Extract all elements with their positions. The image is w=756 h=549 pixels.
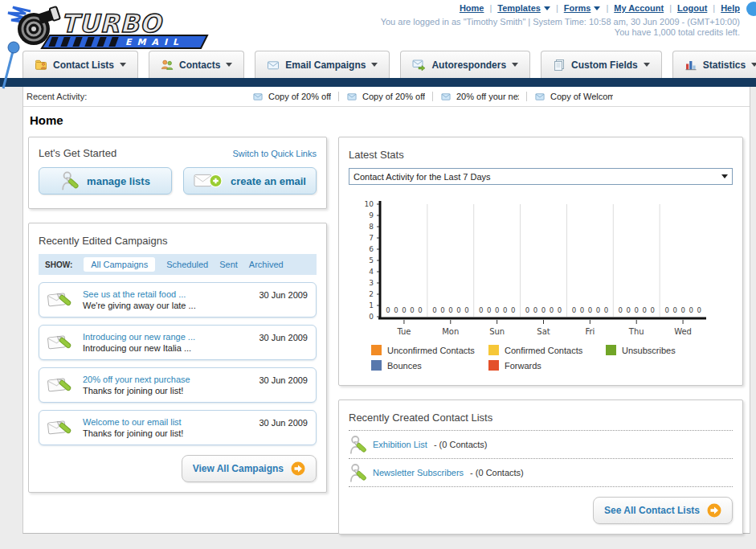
envelope-icon [440, 92, 452, 101]
page-title: Home [30, 113, 743, 127]
svg-text:0: 0 [464, 306, 468, 314]
svg-text:0: 0 [456, 306, 460, 314]
campaign-link[interactable]: Welcome to our email list [83, 417, 251, 427]
svg-text:0: 0 [394, 306, 398, 314]
manage-lists-button[interactable]: manage lists [39, 167, 172, 195]
svg-text:1: 1 [369, 301, 374, 309]
campaign-link[interactable]: Introducing our new range ... [83, 332, 251, 342]
filter-scheduled[interactable]: Scheduled [166, 260, 208, 269]
filter-archived[interactable]: Archived [249, 260, 284, 269]
campaign-row[interactable]: Welcome to our email list Thanks for joi… [39, 410, 317, 445]
tab-statistics[interactable]: Statistics [672, 51, 756, 78]
chevron-down-icon [721, 174, 728, 178]
svg-text:0: 0 [627, 306, 631, 314]
turbo-email-app: TURBO EMAIL Home| Templates| [0, 0, 756, 549]
contact-list-row: Exhibition List - (0 Contacts) [349, 431, 733, 459]
svg-text:0: 0 [418, 306, 422, 314]
create-email-button[interactable]: create an email [183, 167, 317, 195]
contact-list-link[interactable]: Newsletter Subscribers [373, 468, 464, 477]
contact-list-link[interactable]: Exhibition List [373, 440, 427, 449]
svg-text:0: 0 [369, 313, 374, 321]
turbo-email-logo[interactable]: TURBO EMAIL [3, 3, 214, 53]
stats-period-select[interactable]: Contact Activity for the Last 7 Days [349, 168, 733, 185]
svg-text:0: 0 [533, 306, 537, 314]
legend-swatch-icon [371, 360, 382, 371]
create-email-label: create an email [231, 175, 306, 187]
legend-label: Bounces [387, 361, 422, 371]
svg-text:5: 5 [369, 256, 374, 264]
campaign-row[interactable]: Introducing our new range ... Introducin… [39, 325, 317, 360]
svg-text:Sun: Sun [489, 327, 505, 336]
campaign-link[interactable]: 20% off your next purchase [83, 375, 251, 384]
view-all-campaigns-label: View All Campaigns [193, 463, 284, 474]
top-link-home[interactable]: Home [460, 3, 484, 13]
switch-quick-links[interactable]: Switch to Quick Links [232, 149, 317, 158]
svg-text:0: 0 [487, 306, 491, 314]
campaigns-filter-bar: SHOW: All Campaigns Scheduled Sent Archi… [39, 254, 317, 275]
manage-lists-label: manage lists [87, 175, 150, 187]
main-nav: Contact Lists Contacts Email Campaigns [22, 51, 756, 78]
svg-text:0: 0 [572, 306, 576, 314]
tab-label: Autoresponders [431, 59, 506, 71]
svg-text:0: 0 [619, 306, 623, 314]
tab-contact-lists[interactable]: Contact Lists [22, 51, 138, 78]
svg-text:Fri: Fri [585, 327, 595, 336]
recent-activity-item[interactable]: Copy of 20% off yo [339, 92, 433, 101]
campaign-subtitle: Introducing our new Italia ... [83, 343, 251, 353]
svg-text:0: 0 [410, 306, 414, 314]
separator: | [713, 3, 715, 13]
filter-sent[interactable]: Sent [219, 260, 238, 269]
top-link-templates[interactable]: Templates [497, 3, 550, 13]
campaign-link[interactable]: See us at the retail food ... [83, 289, 251, 299]
campaign-subtitle: We're giving away our late ... [83, 301, 251, 310]
svg-text:0: 0 [558, 306, 562, 314]
legend-label: Unsubscribes [622, 346, 676, 355]
envelope-pencil-icon [47, 416, 75, 439]
documents-icon [553, 59, 566, 71]
chevron-down-icon [120, 63, 126, 67]
recent-activity-item[interactable]: Copy of Welcome to [527, 92, 620, 101]
tab-contacts[interactable]: Contacts [149, 51, 244, 78]
envelope-arrow-icon [412, 59, 426, 71]
credits-info: You have 1,000 total credits left. [615, 27, 740, 37]
svg-text:0: 0 [432, 306, 436, 314]
view-all-campaigns-button[interactable]: View All Campaigns [182, 455, 317, 482]
filter-all-campaigns[interactable]: All Campaigns [84, 257, 155, 272]
person-pencil-icon [349, 462, 366, 484]
svg-text:0: 0 [697, 306, 701, 314]
campaign-row[interactable]: See us at the retail food ... We're givi… [39, 282, 317, 318]
tab-label: Contact Lists [53, 59, 114, 71]
recent-activity-item[interactable]: 20% off your next p [433, 92, 527, 101]
svg-text:0: 0 [689, 306, 693, 314]
tab-label: Email Campaigns [285, 59, 366, 71]
svg-text:Thu: Thu [628, 327, 644, 336]
contact-list-count: - (0 Contacts) [470, 468, 524, 477]
campaigns-panel: Recently Edited Campaigns SHOW: All Camp… [28, 223, 327, 493]
legend-swatch-icon [488, 345, 499, 355]
top-link-my-account[interactable]: My Account [614, 3, 664, 13]
svg-text:0: 0 [525, 306, 529, 314]
legend-item: Bounces [371, 360, 488, 371]
svg-text:0: 0 [386, 306, 390, 314]
svg-text:0: 0 [550, 306, 554, 314]
see-all-contact-lists-button[interactable]: See All Contact Lists [593, 497, 733, 524]
logo-pin-decoration [0, 40, 22, 90]
person-pencil-icon [349, 434, 366, 456]
top-link-forms[interactable]: Forms [564, 3, 601, 13]
tab-email-campaigns[interactable]: Email Campaigns [255, 51, 390, 78]
tab-custom-fields[interactable]: Custom Fields [541, 51, 662, 78]
svg-text:9: 9 [369, 211, 374, 219]
campaign-row[interactable]: 20% off your next purchase Thanks for jo… [39, 367, 317, 403]
top-link-help[interactable]: Help [721, 3, 740, 13]
svg-text:Wed: Wed [674, 327, 692, 336]
top-link-logout[interactable]: Logout [677, 3, 707, 13]
campaign-subtitle: Thanks for joining our list! [83, 428, 251, 438]
campaign-date: 30 Jun 2009 [259, 333, 308, 342]
tab-autoresponders[interactable]: Autoresponders [400, 51, 530, 78]
legend-swatch-icon [606, 345, 616, 355]
svg-text:4: 4 [369, 268, 374, 276]
campaign-date: 30 Jun 2009 [259, 375, 308, 385]
tab-label: Custom Fields [571, 59, 638, 71]
recent-activity-item[interactable]: Copy of 20% off yo [245, 92, 339, 101]
stats-select-value: Contact Activity for the Last 7 Days [353, 172, 721, 182]
